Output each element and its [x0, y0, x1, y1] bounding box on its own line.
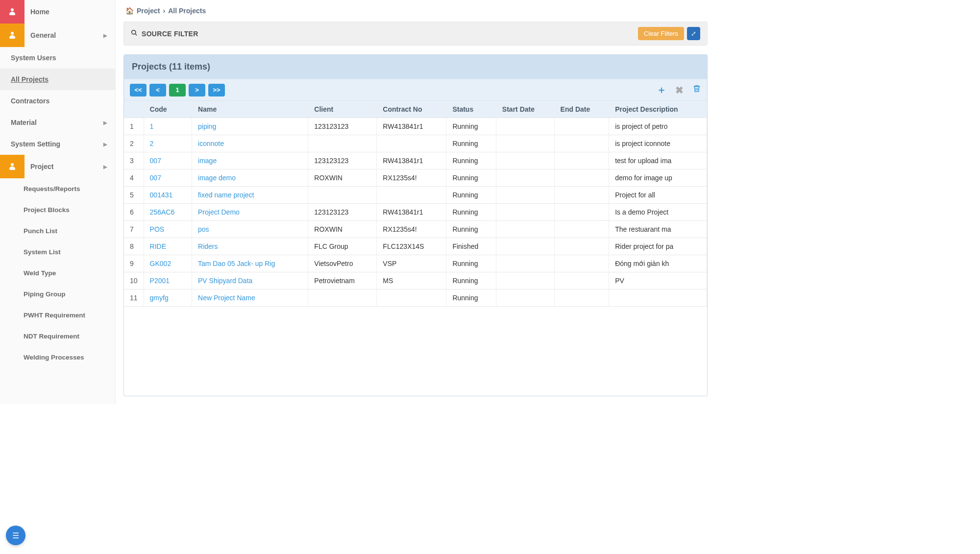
name-link[interactable]: piping [198, 122, 216, 130]
cell-start [496, 204, 554, 221]
sidebar-item-material[interactable]: Material ▶ [0, 112, 115, 133]
col-status[interactable]: Status [446, 101, 496, 118]
name-link[interactable]: Riders [198, 242, 218, 250]
sidebar-item-ndt[interactable]: NDT Requirement [0, 326, 115, 347]
sidebar-item-weld-type[interactable]: Weld Type [0, 263, 115, 284]
cell-desc [609, 289, 707, 307]
code-link[interactable]: gmyfg [150, 294, 169, 302]
sidebar-item-general[interactable]: General ▶ [0, 24, 115, 47]
code-link[interactable]: 007 [150, 157, 161, 165]
table-row[interactable]: 3007image123123123RW413841r1Runningtest … [124, 152, 707, 169]
col-end[interactable]: End Date [554, 101, 609, 118]
cell-start [496, 238, 554, 255]
cell-status: Running [446, 255, 496, 272]
sidebar-item-project-blocks[interactable]: Project Blocks [0, 199, 115, 220]
code-link[interactable]: 007 [150, 174, 161, 182]
col-client[interactable]: Client [308, 101, 377, 118]
sidebar-item-requests-reports[interactable]: Requests/Reports [0, 178, 115, 199]
user-icon [0, 155, 24, 178]
code-link[interactable]: 2 [150, 140, 154, 147]
sidebar-item-welding-processes[interactable]: Welding Processes [0, 347, 115, 368]
pager-first[interactable]: << [130, 84, 147, 96]
cell-client [308, 135, 377, 152]
name-link[interactable]: image [198, 157, 217, 165]
sidebar-item-system-users[interactable]: System Users [0, 47, 115, 69]
sidebar-item-system-list[interactable]: System List [0, 241, 115, 263]
pager-prev[interactable]: < [149, 84, 166, 96]
table-row[interactable]: 4007image demoROXWINRX1235s4!Runningdemo… [124, 169, 707, 187]
cell-name: pos [192, 221, 308, 238]
sidebar-item-piping-group[interactable]: Piping Group [0, 284, 115, 305]
cell-rownum: 2 [124, 135, 144, 152]
table-scroll[interactable]: Code Name Client Contract No Status Star… [124, 101, 707, 396]
table-row[interactable]: 7POSposROXWINRX1235s4!RunningThe restuar… [124, 221, 707, 238]
table-row[interactable]: 11gmyfgNew Project NameRunning [124, 289, 707, 307]
add-icon[interactable]: ＋ [657, 83, 666, 96]
cell-code: gmyfg [144, 289, 192, 307]
cell-end [554, 255, 609, 272]
col-name[interactable]: Name [192, 101, 308, 118]
cell-code: 1 [144, 118, 192, 135]
name-link[interactable]: PV Shipyard Data [198, 277, 252, 285]
clear-filters-button[interactable]: Clear Filters [638, 27, 684, 40]
code-link[interactable]: POS [150, 225, 165, 233]
table-row[interactable]: 8RIDERidersFLC GroupFLC123X14SFinishedRi… [124, 238, 707, 255]
cell-contract: RX1235s4! [377, 221, 446, 238]
table-row[interactable]: 5001431fixed name projectRunningProject … [124, 187, 707, 204]
sidebar-label: Material [11, 119, 37, 126]
source-filter-bar: SOURCE FILTER Clear Filters ⤢ [123, 22, 708, 46]
sidebar-item-punch-list[interactable]: Punch List [0, 220, 115, 241]
col-desc[interactable]: Project Description [609, 101, 707, 118]
code-link[interactable]: RIDE [150, 242, 166, 250]
cell-client [308, 289, 377, 307]
pager-page-1[interactable]: 1 [169, 84, 186, 96]
pager-next[interactable]: > [189, 84, 205, 96]
code-link[interactable]: 256AC6 [150, 208, 175, 216]
cell-rownum: 1 [124, 118, 144, 135]
col-code[interactable]: Code [144, 101, 192, 118]
col-start[interactable]: Start Date [496, 101, 554, 118]
trash-icon[interactable] [692, 84, 701, 96]
name-link[interactable]: iconnote [198, 140, 224, 147]
name-link[interactable]: New Project Name [198, 294, 255, 302]
sidebar-item-project[interactable]: Project ▶ [0, 155, 115, 178]
cell-contract: RW413841r1 [377, 152, 446, 169]
table-row[interactable]: 11piping123123123RW413841r1Runningis pro… [124, 118, 707, 135]
table-row[interactable]: 10P2001PV Shipyard DataPetrovietnamMSRun… [124, 272, 707, 289]
cell-end [554, 272, 609, 289]
name-link[interactable]: Tam Dao 05 Jack- up Rig [198, 260, 275, 267]
code-link[interactable]: P2001 [150, 277, 170, 285]
code-link[interactable]: 001431 [150, 191, 173, 199]
name-link[interactable]: pos [198, 225, 209, 233]
cell-rownum: 5 [124, 187, 144, 204]
chevron-right-icon: ▶ [103, 164, 107, 169]
sidebar-item-pwht[interactable]: PWHT Requirement [0, 305, 115, 326]
cell-client: Petrovietnam [308, 272, 377, 289]
cell-code: 001431 [144, 187, 192, 204]
sidebar-item-contractors[interactable]: Contractors [0, 90, 115, 112]
close-icon[interactable]: ✖ [675, 84, 684, 96]
cell-end [554, 152, 609, 169]
name-link[interactable]: Project Demo [198, 208, 240, 216]
col-contract[interactable]: Contract No [377, 101, 446, 118]
name-link[interactable]: image demo [198, 174, 236, 182]
breadcrumb-parent[interactable]: Project [137, 7, 160, 15]
home-icon: 🏠 [125, 7, 134, 15]
table-row[interactable]: 22iconnoteRunningis project iconnote [124, 135, 707, 152]
svg-point-0 [132, 30, 136, 34]
cell-start [496, 255, 554, 272]
code-link[interactable]: 1 [150, 122, 154, 130]
cell-rownum: 4 [124, 169, 144, 187]
name-link[interactable]: fixed name project [198, 191, 254, 199]
pager-last[interactable]: >> [208, 84, 225, 96]
cell-status: Running [446, 221, 496, 238]
sidebar-item-all-projects[interactable]: All Projects [0, 69, 115, 90]
table-row[interactable]: 6256AC6Project Demo123123123RW413841r1Ru… [124, 204, 707, 221]
sidebar-item-system-setting[interactable]: System Setting ▶ [0, 133, 115, 155]
sidebar-item-home[interactable]: Home [0, 0, 115, 24]
cell-contract: RW413841r1 [377, 118, 446, 135]
table-row[interactable]: 9GK002Tam Dao 05 Jack- up RigVietsovPetr… [124, 255, 707, 272]
cell-name: piping [192, 118, 308, 135]
code-link[interactable]: GK002 [150, 260, 172, 267]
expand-button[interactable]: ⤢ [687, 27, 700, 40]
